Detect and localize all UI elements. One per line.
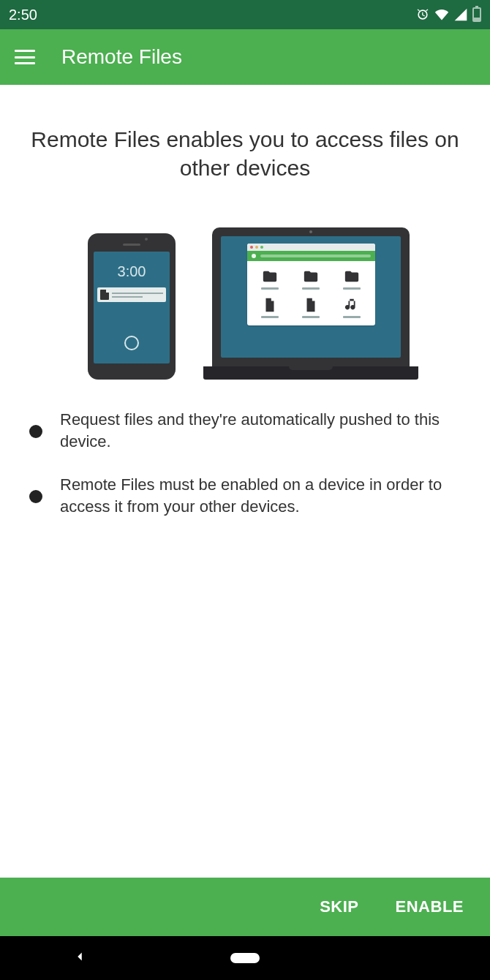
status-bar: 2:50 (0, 0, 490, 29)
bottom-action-bar: SKIP ENABLE (0, 878, 490, 936)
list-item: Remote Files must be enabled on a device… (29, 474, 461, 517)
bullet-list: Request files and they're automatically … (29, 409, 461, 518)
battery-icon (472, 7, 481, 22)
bullet-text: Request files and they're automatically … (60, 409, 461, 452)
menu-icon[interactable] (15, 50, 35, 64)
file-icon (295, 297, 326, 318)
android-nav-bar (0, 936, 490, 980)
wifi-icon (434, 7, 449, 22)
enable-button[interactable]: ENABLE (396, 897, 464, 916)
page-headline: Remote Files enables you to access files… (29, 125, 461, 182)
app-bar: Remote Files (0, 29, 490, 85)
file-icon (255, 297, 285, 318)
nav-back-button[interactable] (72, 949, 88, 968)
app-bar-title: Remote Files (61, 45, 182, 69)
status-icons (415, 7, 481, 22)
content-area: Remote Files enables you to access files… (0, 85, 490, 878)
folder-icon (336, 268, 367, 290)
bullet-dot-icon (29, 425, 42, 438)
illustration-phone: 3:00 (88, 233, 176, 380)
status-time: 2:50 (9, 7, 37, 23)
nav-home-button[interactable] (230, 953, 260, 963)
music-icon (336, 297, 367, 318)
bullet-text: Remote Files must be enabled on a device… (60, 474, 461, 517)
skip-button[interactable]: SKIP (320, 897, 358, 916)
folder-icon (255, 268, 285, 290)
folder-icon (295, 268, 326, 290)
illustration-phone-time: 3:00 (94, 263, 170, 280)
illustration-laptop (212, 227, 410, 380)
alarm-icon (415, 7, 430, 22)
illustration: 3:00 (80, 222, 410, 380)
list-item: Request files and they're automatically … (29, 409, 461, 452)
bullet-dot-icon (29, 490, 42, 503)
signal-icon (453, 7, 468, 22)
